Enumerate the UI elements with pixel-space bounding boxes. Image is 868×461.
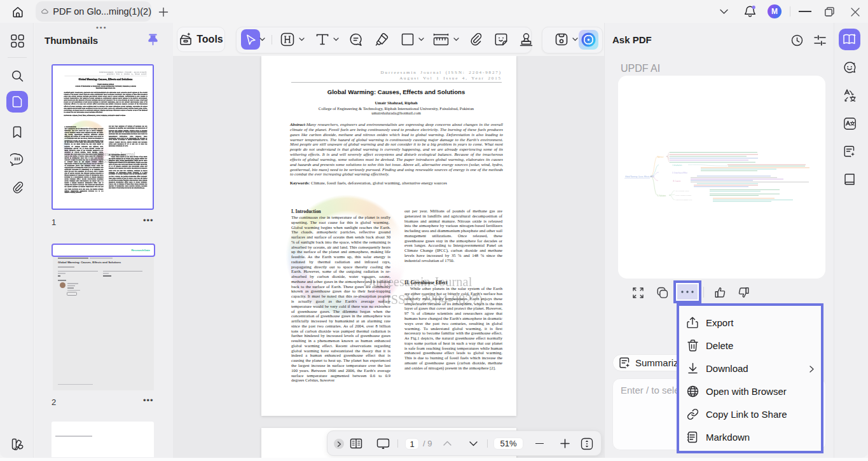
svg-text:- use renewable energy: - use renewable energy bbox=[675, 190, 690, 191]
svg-text:3. Solutions: 3. Solutions bbox=[658, 195, 666, 197]
svg-text:Global Warming: Cause, Effects: Global Warming: Cause, Effects and S bbox=[625, 175, 654, 178]
svg-text:I. Introduction: I. Introduction bbox=[672, 164, 682, 167]
svg-text:II. Greenhouse Effect: II. Greenhouse Effect bbox=[672, 172, 687, 174]
svg-text:- control deforestation levels: - control deforestation levels bbox=[675, 199, 692, 200]
svg-text:- reduce emission of gases: - reduce emission of gases bbox=[675, 195, 692, 196]
svg-text:Abstract: Abstract bbox=[658, 156, 664, 158]
svg-text:III. Causes: III. Causes bbox=[673, 180, 681, 182]
